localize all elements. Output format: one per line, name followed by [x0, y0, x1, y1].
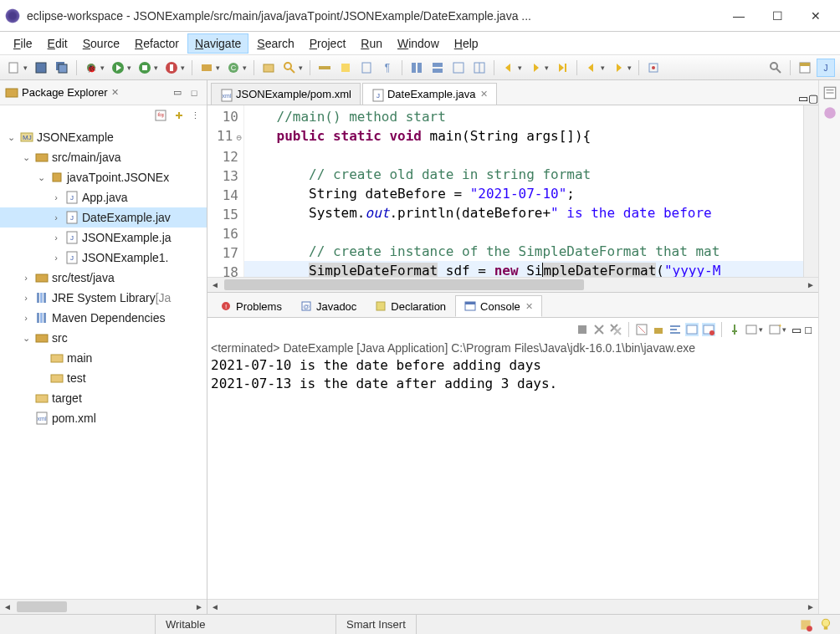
link-editor-icon[interactable] — [172, 109, 186, 122]
menu-refactor[interactable]: Refactor — [128, 34, 186, 53]
maximize-view-icon[interactable]: □ — [187, 85, 202, 100]
tree-item[interactable]: ⌄javaTpoint.JSONEx — [0, 167, 207, 187]
panel-tab-console[interactable]: Console✕ — [455, 295, 542, 317]
tip-icon[interactable] — [818, 617, 833, 632]
display-console-icon[interactable] — [745, 323, 758, 336]
tb-misc-3[interactable] — [449, 59, 468, 77]
terminate-icon[interactable] — [576, 323, 589, 336]
explorer-scrollbar[interactable]: ◄► — [0, 599, 207, 614]
menu-source[interactable]: Source — [76, 34, 126, 53]
panel-tab-problems[interactable]: !Problems — [211, 295, 291, 317]
console-output[interactable]: 2021-07-10 is the date before adding day… — [207, 355, 818, 599]
code-area[interactable]: //main() method start public static void… — [244, 105, 803, 277]
last-edit-button[interactable] — [553, 59, 571, 77]
toggle-block-button[interactable] — [357, 59, 376, 77]
menu-edit[interactable]: Edit — [41, 34, 74, 53]
quick-access-button[interactable] — [766, 59, 785, 77]
editor-body[interactable]: 1011⊖1213141516171819 //main() method st… — [207, 105, 818, 277]
tree-item[interactable]: ›src/test/java — [0, 268, 207, 288]
editor-tab[interactable]: xmlJSONExample/pom.xml — [211, 83, 361, 105]
menu-run[interactable]: Run — [354, 34, 389, 53]
tree-item[interactable]: test — [0, 368, 207, 388]
menu-help[interactable]: Help — [448, 34, 485, 53]
open-type-button[interactable] — [259, 59, 278, 77]
tree-item[interactable]: xmlpom.xml — [0, 408, 207, 428]
tree-item[interactable]: ›JJSONExample1. — [0, 248, 207, 268]
new-package-button[interactable] — [197, 59, 216, 77]
debug-button[interactable]: 🐞 — [82, 59, 100, 77]
open-perspective-button[interactable] — [796, 59, 814, 77]
svg-rect-15 — [264, 64, 274, 72]
status-icon-1[interactable] — [798, 617, 813, 632]
package-explorer-close[interactable]: ✕ — [111, 87, 119, 98]
close-button[interactable]: ✕ — [796, 3, 835, 28]
svg-text:⇆: ⇆ — [157, 110, 164, 120]
panel-maximize-icon[interactable]: □ — [805, 324, 812, 336]
panel-minimize-icon[interactable]: ▭ — [791, 324, 802, 336]
panel-tab-declaration[interactable]: Declaration — [366, 295, 455, 317]
tree-item[interactable]: ⌄MJJSONExample — [0, 127, 207, 147]
editor-min-icon[interactable]: ▭ — [798, 92, 808, 105]
svg-rect-81 — [578, 325, 586, 334]
editor-max-icon[interactable]: ▢ — [808, 92, 818, 105]
show-stderr-icon[interactable] — [702, 323, 715, 336]
new-class-button[interactable]: C — [224, 59, 243, 77]
svg-rect-57 — [36, 274, 48, 282]
tb-misc-1[interactable] — [407, 59, 426, 77]
tree-item[interactable]: ›JJSONExample.ja — [0, 228, 207, 248]
menu-search[interactable]: Search — [250, 34, 300, 53]
tree-item[interactable]: ⌄src — [0, 328, 207, 348]
prev-annotation-button[interactable] — [582, 59, 601, 77]
editor-vscrollbar[interactable] — [803, 105, 818, 277]
coverage-button[interactable] — [136, 59, 154, 77]
console-hscrollbar[interactable]: ◄► — [207, 599, 818, 614]
new-button[interactable] — [5, 59, 23, 77]
view-menu-icon[interactable]: ⋮ — [191, 110, 200, 121]
editor-tab[interactable]: JDateExample.java✕ — [362, 83, 498, 105]
tree-item[interactable]: main — [0, 348, 207, 368]
menu-project[interactable]: Project — [303, 34, 353, 53]
scroll-lock-icon[interactable] — [652, 323, 665, 336]
svg-rect-42 — [6, 89, 18, 97]
java-perspective-button[interactable]: J — [817, 59, 835, 77]
menu-window[interactable]: Window — [391, 34, 446, 53]
maximize-button[interactable]: ☐ — [758, 3, 796, 28]
tree-item[interactable]: ›JApp.java — [0, 187, 207, 207]
pin-console-icon[interactable] — [728, 323, 741, 336]
task-list-icon[interactable] — [822, 105, 837, 120]
tree-item[interactable]: ›JDateExample.jav — [0, 207, 207, 228]
tree[interactable]: ⌄MJJSONExample⌄src/main/java⌄javaTpoint.… — [0, 125, 207, 599]
menu-file[interactable]: File — [7, 34, 39, 53]
collapse-all-icon[interactable]: ⇆ — [154, 109, 167, 122]
open-console-icon[interactable]: + — [768, 323, 781, 336]
next-annotation-button[interactable] — [609, 59, 627, 77]
panel-tab-javadoc[interactable]: @Javadoc — [291, 295, 366, 317]
external-tools-button[interactable] — [162, 59, 181, 77]
show-console-icon[interactable] — [685, 323, 699, 336]
tb-misc-4[interactable] — [470, 59, 489, 77]
outline-icon[interactable] — [822, 85, 837, 100]
search-button[interactable] — [280, 59, 299, 77]
pin-button[interactable] — [644, 59, 663, 77]
back-button[interactable] — [499, 59, 518, 77]
tb-misc-2[interactable] — [428, 59, 447, 77]
tree-item[interactable]: ›JRE System Library [Ja — [0, 288, 207, 308]
clear-console-icon[interactable] — [635, 323, 648, 336]
tree-item[interactable]: ⌄src/main/java — [0, 147, 207, 167]
tree-item[interactable]: ›Maven Dependencies — [0, 308, 207, 328]
save-button[interactable] — [32, 59, 50, 77]
forward-button[interactable] — [526, 59, 545, 77]
save-all-button[interactable] — [53, 59, 71, 77]
menu-navigate[interactable]: Navigate — [187, 33, 248, 54]
tree-item[interactable]: target — [0, 388, 207, 408]
word-wrap-icon[interactable] — [668, 323, 682, 336]
editor-hscrollbar[interactable]: ◄► — [207, 277, 818, 292]
minimize-button[interactable]: — — [720, 3, 758, 28]
run-button[interactable] — [109, 59, 127, 77]
toggle-breadcrumb-button[interactable] — [315, 59, 334, 77]
remove-all-icon[interactable] — [609, 323, 622, 336]
show-whitespace-button[interactable]: ¶ — [378, 59, 397, 77]
toggle-mark-button[interactable] — [336, 59, 355, 77]
minimize-view-icon[interactable]: ▭ — [170, 85, 185, 100]
remove-launch-icon[interactable] — [592, 323, 606, 336]
